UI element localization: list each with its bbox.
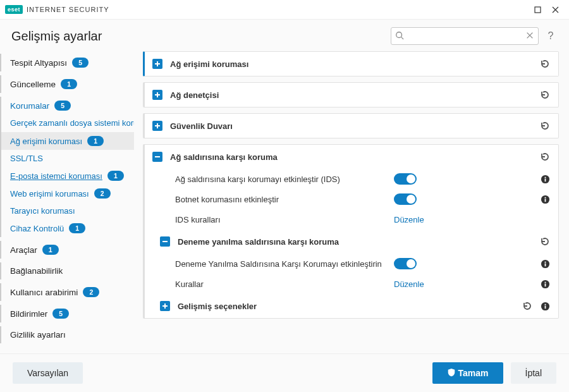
- panel-title: Deneme yanılma saldırısına karşı koruma: [178, 237, 339, 247]
- row-enable-ids: Ağ saldırısına karşı korumayı etkinleşti…: [145, 169, 558, 189]
- sidebar-item-connectivity[interactable]: Bağlanabilirlik: [0, 262, 134, 279]
- badge: 1: [87, 136, 104, 146]
- maximize-button[interactable]: [529, 2, 546, 17]
- badge: 1: [107, 171, 124, 181]
- svg-rect-15: [544, 305, 546, 309]
- panel-network-attack: Ağ saldırısına karşı koruma Ağ saldırısı…: [143, 144, 559, 319]
- sidebar-item-update[interactable]: Güncelleme 1: [0, 75, 134, 93]
- revert-icon[interactable]: [539, 89, 551, 101]
- sidebar-sub-email[interactable]: E-posta istemci koruması 1: [0, 167, 134, 185]
- expand-icon: [152, 90, 162, 100]
- panel-title: Ağ saldırısına karşı koruma: [170, 152, 278, 162]
- edit-link[interactable]: Düzenle: [394, 279, 424, 289]
- app-title: INTERNET SECURITY: [27, 6, 109, 13]
- page-title: Gelişmiş ayarlar: [11, 29, 102, 44]
- badge: 1: [61, 79, 77, 89]
- svg-rect-3: [544, 178, 546, 181]
- sidebar-item-privacy[interactable]: Gizlilik ayarları: [0, 326, 134, 343]
- svg-point-1: [396, 32, 402, 37]
- sidebar-sub-network-access[interactable]: Ağ erişimi koruması 1: [0, 132, 134, 150]
- brand-badge: eset: [5, 5, 23, 14]
- info-icon[interactable]: [539, 173, 551, 185]
- footer: Varsayılan Tamam İptal: [0, 353, 569, 392]
- panel-header[interactable]: Ağ erişimi koruması: [145, 52, 558, 76]
- info-icon[interactable]: [539, 258, 551, 269]
- collapse-icon: [160, 236, 170, 247]
- expand-icon: [152, 59, 162, 69]
- panel-title: Güvenlik Duvarı: [170, 121, 233, 131]
- search-input[interactable]: [407, 31, 523, 42]
- badge: 5: [52, 309, 69, 319]
- panel-title: Ağ denetçisi: [170, 90, 219, 100]
- panel-header[interactable]: Ağ saldırısına karşı koruma: [145, 145, 558, 169]
- svg-rect-6: [544, 199, 546, 202]
- badge: 1: [42, 245, 59, 255]
- svg-rect-9: [544, 263, 546, 266]
- sidebar-item-tools[interactable]: Araçlar 1: [0, 241, 134, 259]
- revert-icon[interactable]: [539, 151, 551, 162]
- badge: 5: [54, 101, 71, 111]
- collapse-icon: [152, 152, 162, 162]
- expand-icon: [160, 301, 170, 311]
- row-ids-rules: IDS kuralları Düzenle: [145, 209, 558, 230]
- panel-firewall: Güvenlik Duvarı: [143, 113, 559, 138]
- sidebar-item-protections[interactable]: Korumalar 5: [0, 97, 134, 114]
- panel-title: Ağ erişimi koruması: [170, 59, 248, 69]
- revert-icon[interactable]: [522, 300, 533, 312]
- ok-button[interactable]: Tamam: [432, 362, 503, 384]
- sidebar-sub-web[interactable]: Web erişimi koruması 2: [0, 185, 134, 202]
- subpanel-advanced[interactable]: Gelişmiş seçenekler: [145, 294, 558, 318]
- sidebar-sub-ssl[interactable]: SSL/TLS: [0, 150, 134, 167]
- svg-rect-10: [544, 261, 546, 262]
- panel-header[interactable]: Ağ denetçisi: [145, 83, 558, 107]
- main-content: Ağ erişimi koruması Ağ denetçisi: [134, 51, 569, 353]
- info-icon[interactable]: [539, 278, 551, 290]
- toggle-botnet[interactable]: [394, 193, 417, 205]
- toggle-bruteforce[interactable]: [394, 258, 417, 269]
- help-button[interactable]: ?: [544, 30, 558, 42]
- search-box[interactable]: [391, 27, 539, 45]
- search-icon: [395, 31, 404, 42]
- svg-rect-4: [544, 176, 546, 178]
- row-bruteforce-rules: Kurallar Düzenle: [145, 274, 558, 294]
- panel-network-inspector: Ağ denetçisi: [143, 82, 559, 107]
- info-icon[interactable]: [539, 193, 551, 205]
- sidebar-sub-realtime[interactable]: Gerçek zamanlı dosya sistemi koruması: [0, 114, 134, 132]
- sidebar-sub-browser[interactable]: Tarayıcı koruması: [0, 202, 134, 219]
- sidebar-item-ui[interactable]: Kullanıcı arabirimi 2: [0, 283, 134, 301]
- clear-icon[interactable]: [525, 31, 534, 42]
- revert-icon[interactable]: [539, 120, 551, 132]
- sidebar-sub-device[interactable]: Cihaz Kontrolü 1: [0, 219, 134, 237]
- cancel-button[interactable]: İptal: [511, 362, 556, 384]
- sidebar-item-notifications[interactable]: Bildirimler 5: [0, 305, 134, 322]
- subpanel-bruteforce[interactable]: Deneme yanılma saldırısına karşı koruma: [145, 230, 558, 254]
- badge: 1: [69, 223, 85, 233]
- toggle-ids[interactable]: [394, 173, 417, 185]
- shield-icon: [447, 368, 458, 379]
- svg-rect-16: [544, 303, 546, 305]
- panel-network-access: Ağ erişimi koruması: [143, 51, 559, 77]
- titlebar: eset INTERNET SECURITY: [0, 0, 569, 20]
- row-enable-bruteforce: Deneme Yanılma Saldırısına Karşı Korumay…: [145, 254, 558, 274]
- info-icon[interactable]: [539, 300, 551, 312]
- svg-rect-12: [544, 283, 546, 286]
- badge: 5: [72, 58, 89, 68]
- revert-icon[interactable]: [539, 58, 551, 70]
- sidebar-item-detection[interactable]: Tespit Altyapısı 5: [0, 54, 134, 71]
- row-enable-botnet: Botnet korumasını etkinleştir: [145, 189, 558, 209]
- badge: 2: [94, 188, 111, 199]
- edit-link[interactable]: Düzenle: [394, 215, 424, 224]
- svg-rect-13: [544, 281, 546, 283]
- app-window: eset INTERNET SECURITY Gelişmiş ayarlar …: [0, 0, 569, 392]
- page-header: Gelişmiş ayarlar ?: [0, 20, 569, 51]
- panel-header[interactable]: Güvenlik Duvarı: [145, 114, 558, 138]
- svg-rect-7: [544, 197, 546, 198]
- revert-icon[interactable]: [539, 236, 551, 247]
- default-button[interactable]: Varsayılan: [13, 362, 83, 384]
- sidebar: Tespit Altyapısı 5 Güncelleme 1 Korumala…: [0, 51, 134, 353]
- panel-title: Gelişmiş seçenekler: [178, 302, 257, 311]
- svg-rect-0: [535, 7, 541, 13]
- close-button[interactable]: [546, 2, 564, 17]
- badge: 2: [83, 287, 99, 297]
- expand-icon: [152, 121, 162, 131]
